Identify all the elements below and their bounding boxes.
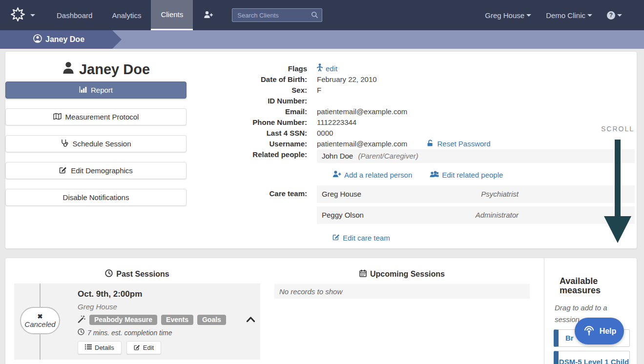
clock-icon [78,328,84,337]
phone-label: Phone Number: [210,117,307,128]
session-tag: Events [161,315,193,325]
session-status-badge: ✖ Canceled [20,307,60,334]
detail-row: Last 4 SSN: 0000 [210,128,635,139]
add-related-person-link[interactable]: Add a related person [332,170,412,181]
upcoming-sessions-header: Upcoming Sessions [274,269,530,279]
report-button[interactable]: Report [5,81,187,99]
detail-row: Phone Number: 1112223344 [210,117,635,128]
clinic-menu[interactable]: Demo Clinic [546,11,592,20]
session-provider: Greg House [78,303,244,311]
users-icon [430,170,439,181]
search-input[interactable] [232,8,322,22]
care-team-member-name: Peggy Olson [322,211,364,219]
chevron-down-icon [526,14,531,17]
care-team-member-row: Peggy Olson Administrator [317,206,635,224]
help-fab-button[interactable]: Help [575,318,624,344]
session-edit-label: Edit [143,344,154,351]
help-menu[interactable]: ? [607,11,622,20]
reset-password-label: Reset Password [437,139,490,149]
scroll-down-arrow-icon [598,140,637,245]
chevron-up-icon[interactable] [246,316,255,324]
scroll-hint-label: SCROLL [598,125,637,133]
detail-row: ID Number: [210,96,635,106]
navbar-right: Greg House Demo Clinic ? [485,0,644,30]
flags-label: Flags [210,63,307,74]
upcoming-empty-row: No records to show [274,284,530,299]
report-button-label: Report [91,86,113,94]
reset-password-link[interactable]: Reset Password [427,139,490,149]
past-sessions-title: Past Sessions [116,270,169,279]
id-number-label: ID Number: [210,96,307,106]
session-details-button[interactable]: Details [78,341,122,354]
disable-notifications-button[interactable]: Disable Notifications [5,189,187,206]
related-people-label: Related people: [210,149,307,160]
username-value: patientemail@example.com [317,140,407,148]
detail-row: Date of Birth: February 22, 2010 [210,74,635,85]
stethoscope-icon [61,139,68,148]
session-completion-time: 7 mins. est. completion time [78,328,244,337]
measurement-protocol-label: Measurement Protocol [65,113,139,121]
panel-divider [544,258,544,364]
session-edit-button[interactable]: Edit [126,341,161,354]
chevron-down-icon [30,14,35,17]
beacon-icon [582,324,596,338]
client-search [232,8,322,22]
care-team-member-role: Administrator [476,210,519,221]
nav-dashboard[interactable]: Dashboard [47,0,102,30]
edit-related-people-label: Edit related people [442,170,503,181]
magic-wand-icon [78,315,85,325]
upcoming-sessions-title: Upcoming Sessions [370,270,445,279]
email-value: patientemail@example.com [317,106,635,117]
username-row: Username: patientemail@example.com Reset… [210,139,635,149]
edit-related-people-link[interactable]: Edit related people [430,170,503,181]
user-menu[interactable]: Greg House [485,11,531,20]
flags-edit-label: edit [326,63,337,74]
measurement-protocol-button[interactable]: Measurement Protocol [5,108,187,125]
breadcrumb-client[interactable]: Janey Doe [0,30,112,49]
flags-edit-link[interactable]: edit [317,63,337,74]
measure-card[interactable]: DSM-5 Level 1 Child [554,351,630,364]
available-measures-title: Available measures [560,277,618,295]
search-icon[interactable] [311,11,318,20]
care-team-member-name: Greg House [322,190,361,198]
session-tags: Peabody Measure Events Goals [78,315,244,325]
add-client-button[interactable] [193,0,224,30]
related-person-name: John Doe [322,152,353,160]
add-related-person-label: Add a related person [344,170,412,181]
edit-demographics-label: Edit Demographics [71,166,133,175]
schedule-session-label: Schedule Session [72,140,131,148]
client-details: Flags edit Date of Birth: February 22, 2… [210,63,635,243]
edit-demographics-button[interactable]: Edit Demographics [5,162,187,179]
upcoming-empty-text: No records to show [279,287,342,296]
nav-clients[interactable]: Clients [151,0,193,30]
detail-row: Email: patientemail@example.com [210,106,635,117]
clock-icon [105,269,113,279]
care-team-row: Care team: Greg House Psychiatrist Peggy… [210,188,635,243]
unlock-icon [427,139,434,149]
username-label: Username: [210,139,307,149]
brand-menu[interactable] [0,0,47,30]
past-sessions-header: Past Sessions [14,269,260,279]
breadcrumb-client-name: Janey Doe [45,35,84,44]
session-body: Oct. 9th, 2:00pm Greg House Peabody Meas… [78,289,244,354]
edit-care-team-link[interactable]: Edit care team [332,233,390,243]
scroll-hint: SCROLL [598,125,637,245]
help-fab-label: Help [600,327,617,336]
session-tag: Goals [197,315,226,325]
related-person-relation: (Parent/Caregiver) [358,152,418,160]
bar-chart-icon [79,86,87,95]
available-measures: Available measures Drag to add to a sess… [554,258,634,364]
schedule-session-button[interactable]: Schedule Session [5,135,187,152]
pencil-square-icon [134,344,140,352]
user-plus-icon [204,11,213,20]
session-status-label: Canceled [24,320,55,328]
calendar-icon [359,269,367,279]
dob-label: Date of Birth: [210,74,307,85]
edit-care-team-label: Edit care team [343,233,390,243]
pencil-square-icon [59,166,67,175]
user-menu-label: Greg House [485,11,524,20]
nav-analytics[interactable]: Analytics [102,0,151,30]
related-person-row: John Doe (Parent/Caregiver) [317,149,635,163]
care-team-member-role: Psychiatrist [481,189,519,200]
past-session-card: ✖ Canceled Oct. 9th, 2:00pm Greg House P… [14,283,260,360]
